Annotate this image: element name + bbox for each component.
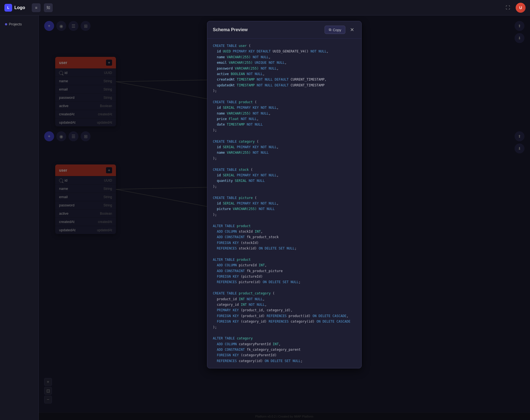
avatar-initials: U <box>519 6 522 10</box>
copy-label: Copy <box>333 28 341 32</box>
sql-code-block: CREATE TABLE user ( id UUID PRIMARY KEY … <box>213 43 356 364</box>
close-button[interactable]: ✕ <box>348 26 356 34</box>
menu-icon-btn[interactable]: ≡ <box>32 3 41 12</box>
schema-preview-modal: Schema Preview ⧉ Copy ✕ CREATE TABLE use… <box>207 21 362 368</box>
modal-body: CREATE TABLE user ( id UUID PRIMARY KEY … <box>207 39 361 368</box>
modal-header: Schema Preview ⧉ Copy ✕ <box>207 21 361 39</box>
sidebar-item-label: Projects <box>9 22 22 26</box>
copy-button[interactable]: ⧉ Copy <box>325 26 345 34</box>
knowledge-icon-btn[interactable]: 知 <box>44 3 53 12</box>
sidebar-item-projects[interactable]: Projects <box>2 20 36 28</box>
topbar: L Logo ≡ 知 ⛶ U <box>0 0 530 15</box>
modal-header-right: ⧉ Copy ✕ <box>325 26 356 34</box>
topbar-icons: ≡ 知 <box>32 3 53 12</box>
fullscreen-button[interactable]: ⛶ <box>504 3 512 12</box>
modal-title: Schema Preview <box>213 27 248 32</box>
copy-icon: ⧉ <box>329 28 331 32</box>
logo-icon: L <box>4 4 12 12</box>
menu-icon: ≡ <box>35 6 37 10</box>
topbar-right: ⛶ U <box>504 3 526 13</box>
sidebar: Projects <box>0 15 39 420</box>
logo-text: Logo <box>14 5 25 10</box>
avatar: U <box>516 3 526 13</box>
modal-overlay: Schema Preview ⧉ Copy ✕ CREATE TABLE use… <box>39 15 530 420</box>
logo: L Logo <box>4 4 25 12</box>
knowledge-icon: 知 <box>46 5 50 10</box>
canvas-area: + ◉ ☰ ⊞ ⬆ ⬇ user + id UUID name String e… <box>39 15 530 420</box>
sidebar-dot <box>5 23 7 25</box>
